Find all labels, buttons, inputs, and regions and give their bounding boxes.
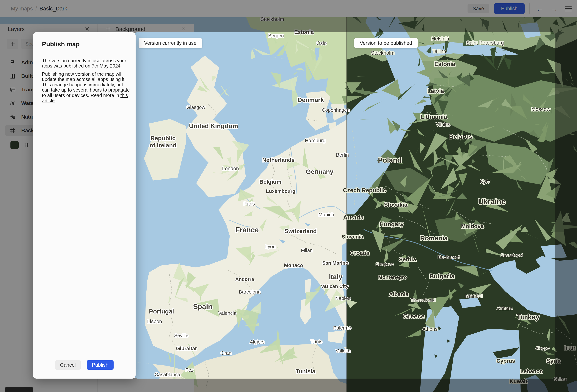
- current-version-chip: Version currently in use: [139, 38, 202, 48]
- dialog-title: Publish map: [42, 40, 80, 48]
- dialog-paragraph-current-version: The version currently in use across your…: [42, 58, 131, 69]
- map-version-preview[interactable]: Version currently in use Version to be p…: [135, 32, 555, 379]
- publish-map-dialog: Publish map The version currently in use…: [33, 32, 136, 379]
- cancel-button[interactable]: Cancel: [55, 360, 81, 370]
- publish-button[interactable]: Publish: [87, 360, 113, 370]
- dialog-paragraph-publish-info: Publishing new version of the map will u…: [42, 71, 131, 103]
- published-version-chip: Version to be published: [354, 38, 418, 48]
- app-root: { "topbar": { "breadcrumb": {"section": …: [0, 0, 577, 392]
